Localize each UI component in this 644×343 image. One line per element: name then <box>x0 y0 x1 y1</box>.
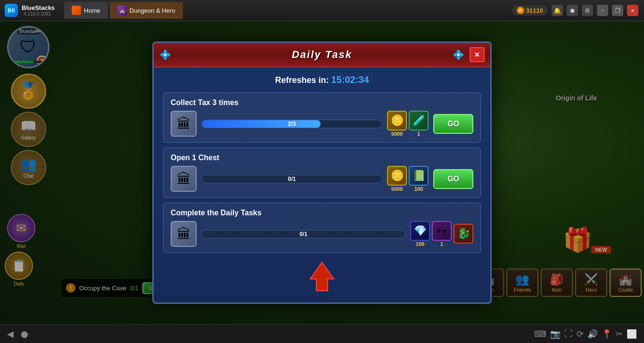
daily-task-modal: 💠 Daily Task 💠 × Refreshes in: 15:02:34 … <box>152 41 492 304</box>
reward-gem-3: 💎 100 <box>410 221 430 247</box>
cut-btn[interactable]: ✂ <box>616 329 623 339</box>
home-tab-icon <box>72 6 81 15</box>
location-btn[interactable]: 📍 <box>602 329 612 339</box>
reward-key-3: 🗝 1 <box>432 221 452 247</box>
key-count-3: 1 <box>440 241 443 247</box>
gem-count-3: 100 <box>416 241 424 247</box>
points-icon: P <box>517 7 524 14</box>
gold-icon-2: 🪙 <box>387 166 407 186</box>
task-row-1-content: 🏛 2/3 🪙 5000 🧪 1 <box>171 111 473 137</box>
bs-bottom-bar: ◀ ⬤ ⌨ 📷 ⛶ ⟳ 🔊 📍 ✂ ⬜ <box>0 324 644 343</box>
task-rewards-1: 🪙 5000 🧪 1 <box>387 111 429 137</box>
header-gem-right: 💠 <box>453 49 464 60</box>
task-progress-bar-3: 0/1 <box>201 230 405 238</box>
task-title-1: Collect Tax 3 times <box>171 98 473 107</box>
home-tab[interactable]: Home <box>64 2 108 19</box>
refresh-time: 15:02:34 <box>331 74 369 85</box>
book-count-2: 100 <box>414 186 423 192</box>
task-progress-bar-1: 2/3 <box>201 120 382 128</box>
reward-book-2: 📗 100 <box>409 166 429 192</box>
dragon-icon-3: 🐉 <box>454 224 473 244</box>
task-progress-bar-2: 0/1 <box>201 175 382 183</box>
rotate-btn[interactable]: ⟳ <box>577 329 584 339</box>
game-tab-label: Dungeon & Hero <box>130 7 175 14</box>
titlebar-right: P 31110 🔔 ⏺ ⚙ − ❐ × <box>512 5 644 16</box>
task-rewards-3: 💎 100 🗝 1 🐉 <box>410 221 473 247</box>
gem-icon-3: 💎 <box>410 221 430 241</box>
svg-marker-0 <box>310 262 334 291</box>
go-btn-1[interactable]: GO <box>433 114 473 134</box>
settings-btn[interactable]: ⚙ <box>582 5 593 16</box>
task-row-2: Open 1 Chest 🏛 0/1 🪙 5000 <box>163 147 481 198</box>
reward-gold-2: 🪙 5000 <box>387 166 407 192</box>
expand-btn[interactable]: ⛶ <box>564 329 573 339</box>
bs-icon: BS <box>5 4 18 17</box>
points-value: 31110 <box>526 7 543 14</box>
window-close-btn[interactable]: × <box>627 5 638 16</box>
home-tab-label: Home <box>84 7 100 14</box>
red-arrow-up <box>308 260 336 293</box>
task-progress-text-1: 2/3 <box>202 120 382 128</box>
task-progress-text-2: 0/1 <box>202 175 382 183</box>
bluestacks-logo: BS BlueStacks 4.110.0.1081 <box>0 4 59 17</box>
task-building-icon-1: 🏛 <box>171 111 197 137</box>
reward-gold-1: 🪙 5000 <box>387 111 407 137</box>
record-btn[interactable]: ⏺ <box>567 5 578 16</box>
task-progress-text-3: 0/1 <box>202 230 405 238</box>
modal-body: Refreshes in: 15:02:34 Collect Tax 3 tim… <box>154 67 490 302</box>
arrow-area <box>163 258 481 295</box>
key-icon-3: 🗝 <box>432 221 452 241</box>
share-btn[interactable]: ⬜ <box>627 329 637 339</box>
reward-dragon-3: 🐉 <box>454 224 473 244</box>
task-row-2-content: 🏛 0/1 🪙 5000 📗 100 <box>171 166 473 192</box>
go-btn-2[interactable]: GO <box>433 169 473 189</box>
back-btn[interactable]: ◀ <box>7 329 14 339</box>
bs-nav-left: ◀ ⬤ <box>7 329 28 339</box>
task-row-3-content: 🏛 0/1 💎 100 🗝 1 <box>171 221 473 247</box>
modal-close-btn[interactable]: × <box>470 47 485 62</box>
gold-count-1: 5000 <box>391 131 403 137</box>
bs-nav-right: ⌨ 📷 ⛶ ⟳ 🔊 📍 ✂ ⬜ <box>534 329 637 339</box>
reward-potion-1: 🧪 1 <box>409 111 429 137</box>
gold-icon-1: 🪙 <box>387 111 407 131</box>
notification-btn[interactable]: 🔔 <box>552 5 563 16</box>
modal-header: 💠 Daily Task 💠 × <box>154 43 490 67</box>
maximize-btn[interactable]: ❐ <box>612 5 623 16</box>
titlebar: BS BlueStacks 4.110.0.1081 Home 🏰 Dungeo… <box>0 0 644 21</box>
modal-title: Daily Task <box>292 49 352 61</box>
game-tab-icon: 🏰 <box>117 6 127 15</box>
refresh-label: Refreshes in: <box>275 75 329 85</box>
game-area: 🛡 Bluestak 8 56/85 🏅 📖 Gallery 👥 Chat ✉ … <box>0 21 644 324</box>
refresh-bar: Refreshes in: 15:02:34 <box>163 74 481 85</box>
book-icon-2: 📗 <box>409 166 429 186</box>
task-building-icon-3: 🏛 <box>171 221 197 247</box>
task-title-2: Open 1 Chest <box>171 154 473 162</box>
points-badge: P 31110 <box>512 5 548 16</box>
potion-count-1: 1 <box>417 131 420 137</box>
keyboard-btn[interactable]: ⌨ <box>534 329 546 339</box>
volume-btn[interactable]: 🔊 <box>587 329 598 339</box>
minimize-btn[interactable]: − <box>597 5 608 16</box>
task-building-icon-2: 🏛 <box>171 166 197 192</box>
modal-overlay: 💠 Daily Task 💠 × Refreshes in: 15:02:34 … <box>0 21 644 324</box>
header-gem-left: 💠 <box>159 49 171 60</box>
task-row-3: Complete the Daily Tasks 🏛 0/1 💎 100 <box>163 203 481 253</box>
bs-name: BlueStacks <box>22 4 55 11</box>
bs-version: 4.110.0.1081 <box>24 11 55 16</box>
task-row-1: Collect Tax 3 times 🏛 2/3 🪙 5000 <box>163 92 481 143</box>
gold-count-2: 5000 <box>391 186 403 192</box>
screenshot-btn[interactable]: 📷 <box>550 329 561 339</box>
potion-icon-1: 🧪 <box>409 111 429 131</box>
home-btn[interactable]: ⬤ <box>21 330 28 338</box>
task-rewards-2: 🪙 5000 📗 100 <box>387 166 429 192</box>
task-title-3: Complete the Daily Tasks <box>171 209 473 217</box>
game-tab[interactable]: 🏰 Dungeon & Hero <box>110 2 183 19</box>
